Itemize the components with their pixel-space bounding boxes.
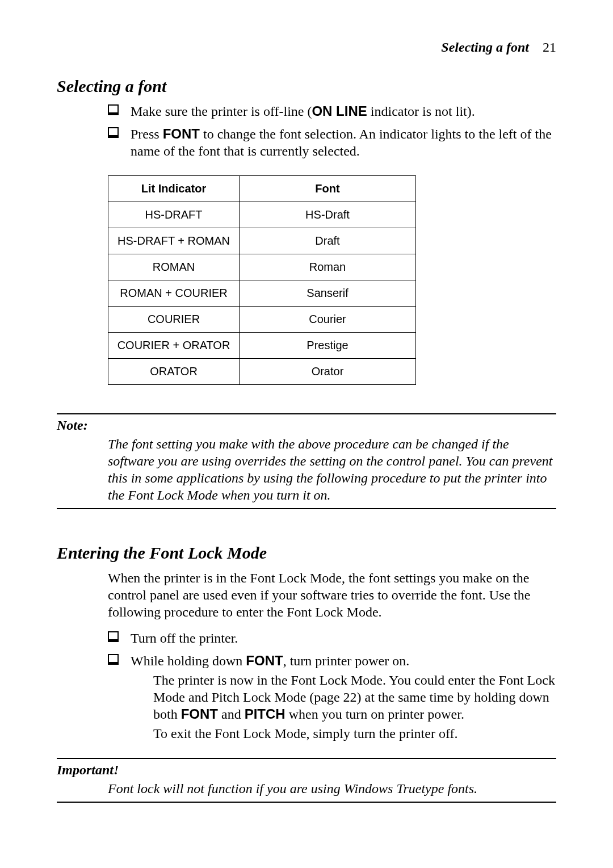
table-row: ROMAN + COURIERSanserif	[108, 280, 416, 307]
divider	[57, 758, 556, 759]
bullet-text: Make sure the printer is off-line (ON LI…	[131, 104, 475, 119]
text-segment: and	[218, 707, 245, 722]
table-cell: ROMAN	[108, 254, 240, 280]
after-bullet-paragraph: To exit the Font Lock Mode, simply turn …	[153, 725, 556, 742]
note-heading: Note:	[57, 418, 556, 433]
bullet-text: Turn off the printer.	[131, 631, 238, 645]
checkbox-bullet-icon	[108, 654, 119, 665]
running-head-title: Selecting a font	[441, 40, 529, 54]
checkbox-bullet-icon	[108, 127, 119, 139]
running-head-page: 21	[543, 40, 556, 54]
svg-rect-1	[108, 112, 118, 115]
list-item: Make sure the printer is off-line (ON LI…	[108, 103, 556, 120]
note-body: The font setting you make with the above…	[108, 435, 556, 504]
checkbox-bullet-icon	[108, 104, 119, 116]
bullet-text-pre: Make sure the printer is off-line (	[131, 104, 312, 119]
table-row: HS-DRAFT + ROMANDraft	[108, 228, 416, 254]
note-block: Note: The font setting you make with the…	[57, 418, 556, 504]
table-row: HS-DRAFTHS-Draft	[108, 202, 416, 228]
section2-intro: When the printer is in the Font Lock Mod…	[108, 569, 556, 620]
svg-rect-7	[108, 662, 118, 664]
table-cell: Roman	[240, 254, 416, 280]
bullet-text-bold: FONT	[163, 126, 200, 141]
divider	[57, 413, 556, 414]
svg-rect-3	[108, 135, 118, 137]
table-cell: COURIER + ORATOR	[108, 333, 240, 359]
bullet-text-pre: While holding down	[131, 653, 246, 668]
list-item: While holding down FONT, turn printer po…	[108, 652, 556, 742]
text-segment: when you turn on printer power.	[285, 707, 464, 722]
section-heading-font-lock-mode: Entering the Font Lock Mode	[57, 543, 556, 563]
table-header-row: Lit Indicator Font	[108, 176, 416, 202]
table-cell: COURIER	[108, 307, 240, 333]
table-cell: Draft	[240, 228, 416, 254]
bullet-text-bold: FONT	[246, 653, 283, 668]
table-cell: ROMAN + COURIER	[108, 280, 240, 307]
table-cell: Sanserif	[240, 280, 416, 307]
table-row: COURIERCourier	[108, 307, 416, 333]
table-cell: HS-DRAFT	[108, 202, 240, 228]
table-header-indicator: Lit Indicator	[108, 176, 240, 202]
bullet-text: While holding down FONT, turn printer po…	[131, 653, 409, 668]
after-bullet-paragraph: The printer is now in the Font Lock Mode…	[153, 672, 556, 723]
important-heading: Important!	[57, 762, 556, 778]
important-block: Important! Font lock will not function i…	[57, 762, 556, 797]
table-cell: Orator	[240, 359, 416, 385]
table-header-font: Font	[240, 176, 416, 202]
table-row: ROMANRoman	[108, 254, 416, 280]
text-segment-bold: PITCH	[245, 706, 285, 722]
bullet-list-2: Turn off the printer. While holding down…	[108, 630, 556, 742]
list-item: Turn off the printer.	[108, 630, 556, 647]
bullet-text-post: , turn printer power on.	[283, 653, 410, 668]
checkbox-bullet-icon	[108, 631, 119, 643]
list-item: Press FONT to change the font selection.…	[108, 125, 556, 160]
bullet-text-post: indicator is not lit).	[367, 104, 475, 119]
table-cell: Prestige	[240, 333, 416, 359]
table-cell: ORATOR	[108, 359, 240, 385]
svg-rect-5	[108, 639, 118, 641]
table-cell: HS-Draft	[240, 202, 416, 228]
table-cell: HS-DRAFT + ROMAN	[108, 228, 240, 254]
bullet-text-pre: Turn off the printer.	[131, 631, 238, 645]
table-row: ORATOROrator	[108, 359, 416, 385]
bullet-text: Press FONT to change the font selection.…	[131, 127, 552, 158]
font-table: Lit Indicator Font HS-DRAFTHS-Draft HS-D…	[108, 175, 416, 385]
running-head: Selecting a font 21	[57, 40, 556, 55]
page: Selecting a font 21 Selecting a font Mak…	[0, 0, 613, 868]
table-row: COURIER + ORATORPrestige	[108, 333, 416, 359]
divider	[57, 802, 556, 803]
bullet-list-1: Make sure the printer is off-line (ON LI…	[108, 103, 556, 160]
section-heading-selecting-a-font: Selecting a font	[57, 77, 556, 96]
bullet-text-pre: Press	[131, 127, 163, 141]
important-body: Font lock will not function if you are u…	[108, 780, 556, 797]
text-segment-bold: FONT	[181, 706, 218, 722]
table-cell: Courier	[240, 307, 416, 333]
bullet-text-bold: ON LINE	[312, 103, 367, 119]
